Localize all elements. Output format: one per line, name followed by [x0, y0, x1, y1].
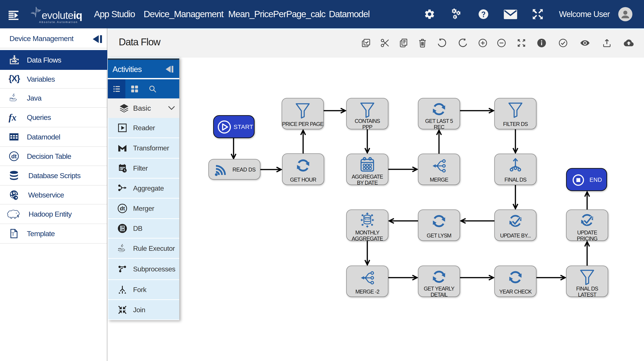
svg-text:dt: dt — [120, 205, 125, 211]
